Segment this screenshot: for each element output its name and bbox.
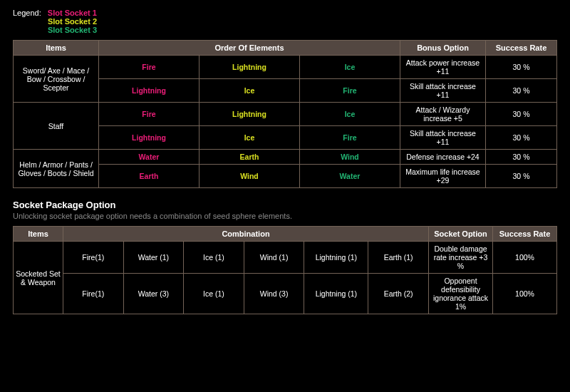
section-title: Socket Package Option [13,200,557,210]
table-row: Helm / Armor / Pants / Gloves / Boots / … [14,150,557,165]
opt-cell: Double damage rate increase +3 % [429,242,493,274]
bonus-cell: Skill attack increase +11 [400,79,486,103]
comb-cell: Earth (1) [368,242,429,274]
comb-cell: Water (1) [123,242,184,274]
rate-cell: 30 % [486,165,557,188]
comb-cell: Ice (1) [184,274,244,314]
rate-cell: 100% [493,242,557,274]
bonus-cell: Defense increase +24 [400,150,486,165]
elem-cell: Lightning [200,56,300,79]
comb-cell: Fire(1) [63,242,124,274]
elem-cell: Wind [200,165,300,188]
hdr-items: Items [14,41,99,56]
elem-cell: Ice [200,126,300,150]
hdr-bonus: Bonus Option [400,41,486,56]
elem-cell: Wind [300,150,400,165]
comb-cell: Ice (1) [184,242,244,274]
rate-cell: 30 % [486,126,557,150]
comb-cell: Lightning (1) [304,274,368,314]
elem-cell: Water [99,150,200,165]
legend: Legend: Slot Socket 1 Legend: Slot Socke… [13,9,557,34]
table-row: Staff Fire Lightning Ice Attack / Wizard… [14,103,557,126]
comb-cell: Wind (1) [244,242,304,274]
hdr-rate: Success Rate [493,227,557,242]
table-row: Sword/ Axe / Mace / Bow / Crossbow / Sce… [14,56,557,79]
rate-cell: 30 % [486,150,557,165]
item-cell: Helm / Armor / Pants / Gloves / Boots / … [14,150,99,188]
elem-cell: Ice [300,56,400,79]
bonus-cell: Attack / Wizardy increase +5 [400,103,486,126]
elem-cell: Ice [200,79,300,103]
hdr-order: Order Of Elements [99,41,400,56]
rate-cell: 30 % [486,56,557,79]
item-cell: Sword/ Axe / Mace / Bow / Crossbow / Sce… [14,56,99,103]
elem-cell: Lightning [99,126,200,150]
elem-cell: Ice [300,103,400,126]
table-row: Socketed Set & Weapon Fire(1) Water (1) … [14,242,557,274]
item-cell: Staff [14,103,99,150]
legend-slot3: Slot Socket 3 [48,26,97,34]
hdr-combination: Combination [63,227,429,242]
rate-cell: 30 % [486,79,557,103]
rate-cell: 100% [493,274,557,314]
elem-cell: Earth [99,165,200,188]
legend-slot1: Slot Socket 1 [48,9,97,17]
comb-cell: Fire(1) [63,274,124,314]
comb-cell: Earth (2) [368,274,429,314]
elem-cell: Earth [200,150,300,165]
combination-table: Items Combination Socket Option Success … [13,226,557,314]
comb-cell: Lightning (1) [304,242,368,274]
comb-cell: Water (3) [123,274,184,314]
hdr-rate: Success Rate [486,41,557,56]
section-subtitle: Unlocking socket package option needs a … [13,212,557,220]
table-row: Fire(1) Water (3) Ice (1) Wind (3) Light… [14,274,557,314]
legend-slot2: Slot Socket 2 [48,17,97,26]
table-header: Items Combination Socket Option Success … [14,227,557,242]
elem-cell: Water [300,165,400,188]
bonus-cell: Attack power increase +11 [400,56,486,79]
hdr-items: Items [14,227,63,242]
elem-cell: Fire [99,103,200,126]
elem-cell: Fire [99,56,200,79]
comb-cell: Wind (3) [244,274,304,314]
hdr-socket-option: Socket Option [429,227,493,242]
elem-cell: Fire [300,79,400,103]
elem-cell: Lightning [99,79,200,103]
bonus-cell: Skill attack increase +11 [400,126,486,150]
item-cell: Socketed Set & Weapon [14,242,63,314]
legend-label: Legend: [13,9,41,17]
rate-cell: 30 % [486,103,557,126]
bonus-cell: Maximum life increase +29 [400,165,486,188]
elem-cell: Lightning [200,103,300,126]
opt-cell: Opponent defensibility ignorance attack … [429,274,493,314]
table-header: Items Order Of Elements Bonus Option Suc… [14,41,557,56]
elements-table: Items Order Of Elements Bonus Option Suc… [13,40,557,188]
elem-cell: Fire [300,126,400,150]
